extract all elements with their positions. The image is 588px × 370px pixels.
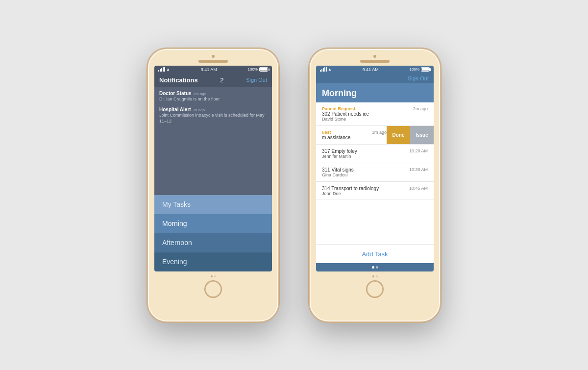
phone-2-bottom [366,271,384,304]
task-patient-5: John Doe [322,191,379,196]
task-row-3[interactable]: 317 Empty foley Jennifer Martin 10:20 AM [316,145,434,163]
page-dot-2 [376,266,378,269]
task-time-1: 2m ago [413,106,428,111]
notifications-title: Notifications [159,76,198,84]
home-button-1[interactable] [204,280,222,298]
swipe-done-btn[interactable]: Done [387,126,410,144]
task-name-1: 302 Patient needs ice [322,111,369,117]
menu-item-mytasks[interactable]: My Tasks [154,195,272,214]
menu-item-evening[interactable]: Evening [154,252,272,271]
task-category-2: uest [322,130,350,135]
menu-item-morning[interactable]: Morning [154,214,272,233]
tasks-list: Patient Request 302 Patient needs ice Da… [316,102,434,244]
notifications-badge: 2 [220,76,223,84]
task-row-4[interactable]: 311 Vital signs Gina Cardosi 10:30 AM [316,163,434,182]
task-time-4: 10:30 AM [409,167,428,172]
notif-time-doctor: 2m ago [194,92,207,96]
speaker [198,60,228,63]
page-indicator-1 [211,275,216,277]
status-bar-2: ▲ 9:41 AM 100% [316,66,434,74]
page-dot-1 [372,266,374,269]
notif-time-hospital: 3h ago [193,108,205,112]
front-camera-2 [373,55,376,58]
status-time-1: 9:41 AM [201,67,217,72]
task-name-5: 314 Transport to radiology [322,186,379,191]
task-row-5[interactable]: 314 Transport to radiology John Doe 10:4… [316,182,434,199]
wifi-icon: ▲ [166,67,170,72]
task-time-5: 10:45 AM [409,186,428,191]
notif-title-hospital: Hospital Alert [159,107,191,112]
phone-1: ▲ 9:41 AM 100% Notifications 2 Sign Out … [147,48,279,322]
task-patient-4: Gina Cardosi [322,173,354,177]
task-name-2: m assistance [322,135,350,140]
task-name-3: 317 Empty foley [322,148,357,154]
swipe-issue-btn[interactable]: Issue [410,126,434,144]
notification-hospital[interactable]: Hospital Alert 3h ago Joint Commission i… [159,107,267,124]
task-time-3: 10:20 AM [409,148,428,153]
task-row-2[interactable]: uest m assistance 3m ago Done Issue [316,126,434,145]
home-button-2[interactable] [366,280,384,298]
notifications-area: Doctor Status 2m ago Dr. Ian Craigmile i… [154,87,272,195]
morning-header: Morning [316,83,434,102]
phone-1-bottom [204,271,222,304]
morning-title: Morning [322,88,428,99]
task-name-4: 311 Vital signs [322,167,354,173]
phone-2: ▲ 9:41 AM 100% Sign Out Morning Patient … [309,48,441,322]
screen2-footer [316,263,434,271]
task-category-1: Patient Request [322,106,369,111]
phone-2-screen: ▲ 9:41 AM 100% Sign Out Morning Patient … [316,66,434,271]
sign-out-btn-1[interactable]: Sign Out [246,77,267,83]
sign-out-row: Sign Out [316,74,434,83]
add-task-button[interactable]: Add Task [362,250,388,258]
sign-out-btn-2[interactable]: Sign Out [408,75,429,81]
phone-1-top [148,49,278,63]
status-time-2: 9:41 AM [363,67,379,72]
battery-pct-1: 100% [248,67,258,72]
notification-doctor[interactable]: Doctor Status 2m ago Dr. Ian Craigmile i… [159,91,267,102]
page-dots [372,266,378,269]
notifications-header: Notifications 2 Sign Out [154,74,272,87]
notif-title-doctor: Doctor Status [159,91,192,96]
speaker-2 [360,60,390,63]
task-patient-3: Jennifer Martin [322,154,357,159]
add-task-row: Add Task [316,244,434,263]
phone-2-top [310,49,440,63]
task-menu: My Tasks Morning Afternoon Evening [154,195,272,271]
phone-1-screen: ▲ 9:41 AM 100% Notifications 2 Sign Out … [154,66,272,271]
notif-body-hospital: Joint Commission intracycle visit is sch… [159,113,267,124]
task-patient-1: David Stone [322,117,369,122]
front-camera [212,55,215,58]
page-indicator-2 [372,275,378,277]
task-row-1[interactable]: Patient Request 302 Patient needs ice Da… [316,102,434,126]
menu-item-afternoon[interactable]: Afternoon [154,233,272,252]
task-time-2: 3m ago [372,130,387,135]
battery-pct-2: 100% [410,67,419,72]
wifi-icon-2: ▲ [328,67,332,72]
status-bar-1: ▲ 9:41 AM 100% [154,66,272,74]
notif-body-doctor: Dr. Ian Craigmile is on the floor [159,97,267,102]
